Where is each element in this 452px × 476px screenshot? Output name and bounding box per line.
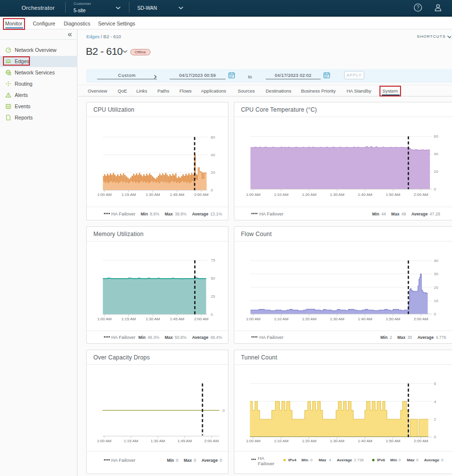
svg-text:1:40 AM: 1:40 AM — [358, 192, 373, 197]
svg-text:1:30 AM: 1:30 AM — [146, 317, 160, 321]
svg-text:40: 40 — [434, 152, 438, 156]
svg-text:10: 10 — [434, 299, 438, 303]
svg-text:2:00 AM: 2:00 AM — [414, 439, 428, 443]
svg-text:1:50 AM: 1:50 AM — [386, 439, 401, 443]
svg-text:60: 60 — [434, 134, 438, 139]
svg-text:25: 25 — [211, 294, 215, 299]
svg-text:0: 0 — [434, 312, 436, 316]
svg-text:1:30 AM: 1:30 AM — [146, 192, 160, 197]
svg-text:1:15 AM: 1:15 AM — [124, 439, 139, 443]
svg-text:1:10 AM: 1:10 AM — [274, 192, 289, 197]
svg-text:0: 0 — [211, 188, 213, 192]
svg-text:1:30 AM: 1:30 AM — [330, 439, 345, 443]
svg-text:1:30 AM: 1:30 AM — [151, 439, 165, 443]
svg-text:20: 20 — [434, 169, 438, 174]
svg-text:1:50 AM: 1:50 AM — [386, 317, 401, 321]
svg-text:1:15 AM: 1:15 AM — [122, 317, 136, 321]
svg-text:75: 75 — [211, 258, 215, 262]
svg-text:1:30 AM: 1:30 AM — [330, 192, 345, 197]
svg-text:2:00 AM: 2:00 AM — [414, 192, 428, 197]
svg-text:0: 0 — [434, 435, 436, 439]
svg-text:0: 0 — [434, 187, 436, 191]
svg-text:40: 40 — [211, 153, 215, 157]
svg-text:1:40 AM: 1:40 AM — [358, 317, 373, 321]
svg-text:1:15 AM: 1:15 AM — [122, 192, 136, 197]
svg-text:20: 20 — [434, 286, 438, 290]
svg-text:50: 50 — [211, 276, 215, 281]
svg-text:1:00 AM: 1:00 AM — [97, 317, 112, 321]
svg-text:2:00 AM: 2:00 AM — [194, 317, 209, 321]
svg-text:1:20 AM: 1:20 AM — [302, 317, 317, 321]
svg-text:4: 4 — [434, 400, 436, 404]
svg-text:2:00 AM: 2:00 AM — [204, 439, 219, 443]
svg-text:40: 40 — [434, 259, 438, 263]
svg-text:60: 60 — [211, 135, 215, 140]
svg-text:1:40 AM: 1:40 AM — [358, 439, 373, 443]
svg-text:1:10 AM: 1:10 AM — [274, 439, 289, 443]
svg-text:1:30 AM: 1:30 AM — [330, 317, 345, 321]
svg-text:1:45 AM: 1:45 AM — [170, 317, 185, 321]
svg-text:1:45 AM: 1:45 AM — [170, 192, 185, 197]
svg-text:1:50 AM: 1:50 AM — [386, 192, 401, 197]
svg-text:1:45 AM: 1:45 AM — [177, 439, 192, 443]
svg-text:1:00 AM: 1:00 AM — [97, 439, 112, 443]
svg-text:1:10 AM: 1:10 AM — [274, 317, 289, 321]
svg-text:1:00 AM: 1:00 AM — [246, 192, 261, 197]
svg-text:2:00 AM: 2:00 AM — [194, 192, 209, 197]
svg-text:2:00 AM: 2:00 AM — [414, 317, 428, 321]
svg-text:1:20 AM: 1:20 AM — [302, 192, 317, 197]
svg-text:?: ? — [417, 5, 420, 10]
svg-text:1:00 AM: 1:00 AM — [246, 317, 261, 321]
svg-text:30: 30 — [434, 272, 438, 276]
svg-text:2: 2 — [434, 417, 436, 422]
svg-text:6: 6 — [434, 381, 436, 386]
svg-text:0: 0 — [223, 408, 225, 413]
svg-text:1:00 AM: 1:00 AM — [246, 439, 261, 443]
svg-text:20: 20 — [211, 170, 215, 175]
svg-text:1:20 AM: 1:20 AM — [302, 439, 317, 443]
svg-text:0: 0 — [211, 312, 213, 317]
svg-text:1:00 AM: 1:00 AM — [97, 192, 112, 197]
